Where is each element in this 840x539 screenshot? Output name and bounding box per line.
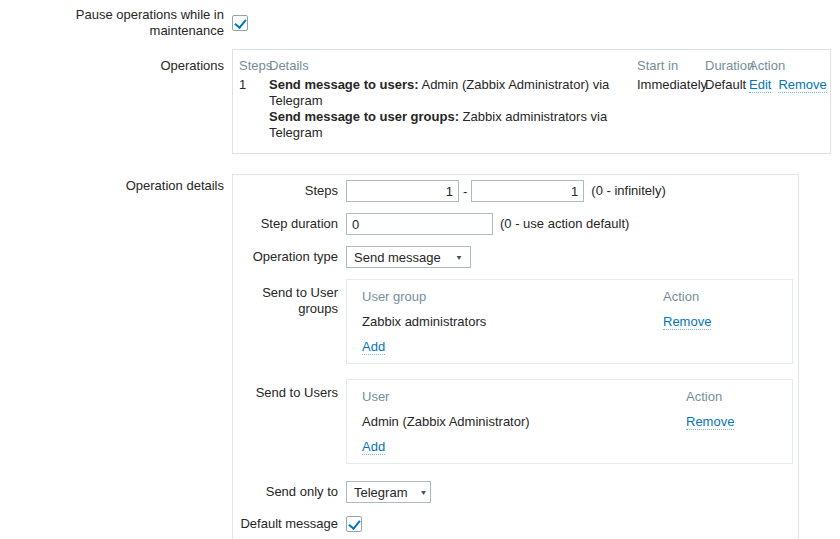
detail-bold-groups: Send message to user groups: <box>269 109 459 124</box>
operation-detail-line-groups: Send message to user groups: Zabbix admi… <box>269 109 633 141</box>
step-duration-row: Step duration (0 - use action default) <box>233 213 798 235</box>
user-groups-header-row: User group Action <box>347 284 792 309</box>
table-row: Admin (Zabbix Administrator) Remove <box>347 409 792 434</box>
operation-actions-cell: EditRemove <box>749 74 838 141</box>
operation-details-box: Steps - (0 - infinitely) Step duration (… <box>232 174 799 539</box>
operations-table-header: Steps Details Start in Duration Action <box>239 50 830 74</box>
operation-type-select[interactable]: Send message ▼ <box>346 246 471 268</box>
operation-type-label: Operation type <box>233 249 346 265</box>
dropdown-arrow-icon: ▼ <box>455 253 463 261</box>
col-header-duration: Duration <box>705 50 749 74</box>
user-groups-table: User group Action Zabbix administrators … <box>346 279 793 364</box>
operation-details-label: Operation details <box>0 174 232 194</box>
steps-to-input[interactable] <box>471 180 584 202</box>
operation-type-row: Operation type Send message ▼ <box>233 246 798 268</box>
operation-step-number: 1 <box>239 74 269 141</box>
steps-from-input[interactable] <box>346 180 459 202</box>
steps-row: Steps - (0 - infinitely) <box>233 180 798 202</box>
step-duration-label: Step duration <box>233 216 346 232</box>
send-to-user-groups-label: Send to User groups <box>233 279 346 317</box>
default-message-checkbox[interactable] <box>346 516 362 532</box>
send-only-to-row: Send only to Telegram ▼ <box>233 481 798 503</box>
operations-table: Steps Details Start in Duration Action 1… <box>232 49 831 154</box>
add-user-link[interactable]: Add <box>362 439 385 455</box>
col-header-details: Details <box>269 50 637 74</box>
operation-details-row: Operation details Steps - (0 - infinitel… <box>0 174 840 539</box>
col-header-steps: Steps <box>239 50 269 74</box>
step-duration-hint: (0 - use action default) <box>500 213 629 235</box>
steps-label: Steps <box>233 183 346 199</box>
col-header-user-group: User group <box>362 284 663 309</box>
operations-row: Operations Steps Details Start in Durati… <box>0 49 840 154</box>
default-message-label: Default message <box>233 516 346 532</box>
col-header-user-groups-action: Action <box>663 284 792 309</box>
send-to-users-row: Send to Users User Action Admin (Zabbix … <box>233 379 798 464</box>
col-header-users-action: Action <box>686 384 792 409</box>
user-name: Admin (Zabbix Administrator) <box>362 409 686 434</box>
table-row: Zabbix administrators Remove <box>347 309 792 334</box>
operation-detail-line-users: Send message to users: Admin (Zabbix Adm… <box>269 77 633 109</box>
operations-label: Operations <box>0 49 232 74</box>
pause-maintenance-checkbox[interactable] <box>232 15 248 31</box>
col-header-user: User <box>362 384 686 409</box>
send-only-to-label: Send only to <box>233 484 346 500</box>
user-groups-add-row: Add <box>347 334 792 359</box>
operation-details-cell: Send message to users: Admin (Zabbix Adm… <box>269 74 637 141</box>
edit-operation-link[interactable]: Edit <box>749 77 771 93</box>
col-header-action: Action <box>749 50 830 74</box>
users-header-row: User Action <box>347 384 792 409</box>
detail-bold-users: Send message to users: <box>269 77 419 92</box>
operation-start-in: Immediately <box>637 74 705 141</box>
default-message-row: Default message <box>233 516 798 532</box>
user-group-name: Zabbix administrators <box>362 309 663 334</box>
col-header-start-in: Start in <box>637 50 705 74</box>
step-duration-input[interactable] <box>346 213 493 235</box>
steps-hint: (0 - infinitely) <box>591 180 665 202</box>
remove-user-group-link[interactable]: Remove <box>663 314 711 330</box>
table-row: 1 Send message to users: Admin (Zabbix A… <box>239 74 830 141</box>
send-only-to-select[interactable]: Telegram ▼ <box>346 481 431 503</box>
add-user-group-link[interactable]: Add <box>362 339 385 355</box>
users-add-row: Add <box>347 434 792 459</box>
steps-range-separator: - <box>463 184 467 199</box>
operation-duration: Default <box>705 74 749 141</box>
pause-operations-label: Pause operations while in maintenance <box>0 7 232 39</box>
users-table: User Action Admin (Zabbix Administrator)… <box>346 379 793 464</box>
remove-operation-link[interactable]: Remove <box>778 77 826 93</box>
send-only-to-selected-value: Telegram <box>354 485 407 500</box>
dropdown-arrow-icon: ▼ <box>419 488 427 496</box>
send-to-users-label: Send to Users <box>233 379 346 401</box>
operation-details-form: Pause operations while in maintenance Op… <box>0 0 840 539</box>
operation-type-selected-value: Send message <box>354 250 441 265</box>
send-to-user-groups-row: Send to User groups User group Action Za… <box>233 279 798 364</box>
remove-user-link[interactable]: Remove <box>686 414 734 430</box>
pause-operations-row: Pause operations while in maintenance <box>0 7 840 39</box>
